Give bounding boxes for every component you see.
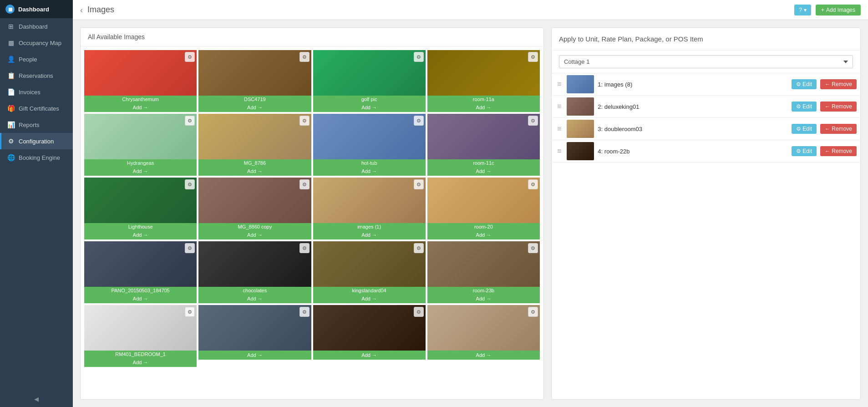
edit-btn-3[interactable]: ⚙ Edit [792,124,817,134]
help-chevron: ▾ [804,7,807,13]
drag-handle-2[interactable]: ≡ [555,101,563,112]
list-thumb-3 [567,120,594,138]
image-add-btn-19[interactable]: Add → [313,351,426,360]
remove-btn-2[interactable]: ← Remove [820,102,857,112]
image-add-btn-7[interactable]: Add → [313,167,426,176]
image-label-17: RM401_BEDROOM_1 [84,351,197,358]
image-gear-btn-2[interactable]: ⚙ [299,52,310,62]
image-add-btn-10[interactable]: Add → [198,230,311,239]
sidebar-item-occupancy-map[interactable]: ▦Occupancy Map [0,35,73,51]
list-item-4: ≡ 4: room-22b ⚙ Edit ← Remove [552,140,860,163]
image-gear-btn-5[interactable]: ⚙ [185,116,195,126]
image-gear-btn-13[interactable]: ⚙ [185,243,195,253]
image-gear-btn-8[interactable]: ⚙ [528,116,538,126]
image-add-btn-9[interactable]: Add → [84,230,197,239]
sidebar-label-invoices: Invoices [19,89,41,96]
image-gear-btn-11[interactable]: ⚙ [414,179,424,189]
image-thumb-20 [427,305,540,351]
images-panel: All Available Images ⚙ Chrysanthemum Add… [80,27,544,400]
add-images-button[interactable]: + Add Images [816,5,861,15]
image-card-8: ⚙ room-11c Add → [427,114,540,176]
image-gear-btn-18[interactable]: ⚙ [299,307,310,317]
image-gear-btn-19[interactable]: ⚙ [414,307,424,317]
remove-btn-4[interactable]: ← Remove [820,146,857,156]
image-gear-btn-15[interactable]: ⚙ [414,243,424,253]
image-gear-btn-10[interactable]: ⚙ [299,179,310,189]
sidebar-item-people[interactable]: 👤People [0,51,73,67]
sidebar-label-reservations: Reservations [19,72,53,79]
sidebar-item-booking-engine[interactable]: 🌐Booking Engine [0,149,73,166]
sidebar-item-configuration[interactable]: ⚙Configuration [0,133,73,149]
image-thumb-19 [313,305,426,351]
drag-handle-3[interactable]: ≡ [555,123,563,135]
image-gear-btn-20[interactable]: ⚙ [528,307,538,317]
drag-handle-1[interactable]: ≡ [555,78,563,90]
image-add-btn-2[interactable]: Add → [198,103,311,112]
edit-btn-4[interactable]: ⚙ Edit [792,146,817,156]
remove-btn-1[interactable]: ← Remove [820,79,857,89]
image-card-17: ⚙ RM401_BEDROOM_1 Add → [84,305,197,367]
image-card-11: ⚙ images (1) Add → [313,178,426,239]
image-gear-btn-6[interactable]: ⚙ [299,116,310,126]
sidebar-icon-reports: 📊 [7,121,15,128]
add-icon: + [821,7,824,13]
image-gear-btn-14[interactable]: ⚙ [299,243,310,253]
image-gear-btn-12[interactable]: ⚙ [528,179,538,189]
help-button[interactable]: ? ▾ [794,5,811,15]
list-thumb-2 [567,97,594,116]
image-gear-btn-17[interactable]: ⚙ [185,307,195,317]
image-gear-btn-1[interactable]: ⚙ [185,52,195,62]
remove-btn-3[interactable]: ← Remove [820,124,857,134]
unit-dropdown[interactable]: Cottage 1Cottage 2Cottage 3 [559,55,853,68]
image-add-btn-13[interactable]: Add → [84,294,197,303]
sidebar-collapse-btn[interactable]: ◀ [0,391,73,407]
sidebar-icon-occupancy-map: ▦ [7,39,15,46]
image-add-btn-20[interactable]: Add → [427,351,540,360]
image-add-btn-4[interactable]: Add → [427,103,540,112]
image-gear-btn-3[interactable]: ⚙ [414,52,424,62]
image-label-11: images (1) [313,223,426,230]
sidebar-item-reservations[interactable]: 📋Reservations [0,67,73,84]
image-card-15: ⚙ kingstandard04 Add → [313,241,426,303]
image-add-btn-15[interactable]: Add → [313,294,426,303]
sidebar-item-dashboard[interactable]: ⊞Dashboard [0,18,73,35]
image-add-btn-12[interactable]: Add → [427,230,540,239]
image-thumb-6 [198,114,311,159]
help-icon: ? [799,7,802,13]
list-item-3: ≡ 3: doubleroom03 ⚙ Edit ← Remove [552,118,860,140]
image-add-btn-1[interactable]: Add → [84,103,197,112]
image-thumb-4 [427,50,540,96]
image-add-btn-5[interactable]: Add → [84,167,197,176]
edit-btn-1[interactable]: ⚙ Edit [792,79,817,89]
image-gear-btn-9[interactable]: ⚙ [185,179,195,189]
sidebar-item-invoices[interactable]: 📄Invoices [0,84,73,100]
topbar: ‹ Images ? ▾ + Add Images [73,0,868,20]
image-add-btn-8[interactable]: Add → [427,167,540,176]
drag-handle-4[interactable]: ≡ [555,145,563,157]
sidebar-icon-dashboard: ⊞ [7,23,15,30]
image-label-1: Chrysanthemum [84,96,197,103]
images-panel-header: All Available Images [81,28,543,46]
image-add-btn-18[interactable]: Add → [198,351,311,360]
image-add-btn-11[interactable]: Add → [313,230,426,239]
sidebar-item-gift-certificates[interactable]: 🎁Gift Certificates [0,100,73,117]
images-grid: ⚙ Chrysanthemum Add → ⚙ DSC4719 Add → ⚙ … [84,50,540,367]
image-thumb-18 [198,305,311,351]
dropdown-container: Cottage 1Cottage 2Cottage 3 [552,51,860,73]
image-gear-btn-7[interactable]: ⚙ [414,116,424,126]
image-add-btn-3[interactable]: Add → [313,103,426,112]
image-add-btn-17[interactable]: Add → [84,358,197,367]
image-thumb-1 [84,50,197,96]
images-grid-container[interactable]: ⚙ Chrysanthemum Add → ⚙ DSC4719 Add → ⚙ … [81,46,543,399]
image-card-5: ⚙ Hydrangeas Add → [84,114,197,176]
edit-btn-2[interactable]: ⚙ Edit [792,102,817,112]
image-add-btn-14[interactable]: Add → [198,294,311,303]
image-add-btn-16[interactable]: Add → [427,294,540,303]
list-label-3: 3: doubleroom03 [598,126,788,132]
image-gear-btn-4[interactable]: ⚙ [528,52,538,62]
image-add-btn-6[interactable]: Add → [198,167,311,176]
back-button[interactable]: ‹ [80,6,83,14]
sidebar-item-reports[interactable]: 📊Reports [0,117,73,133]
image-card-1: ⚙ Chrysanthemum Add → [84,50,197,112]
image-gear-btn-16[interactable]: ⚙ [528,243,538,253]
